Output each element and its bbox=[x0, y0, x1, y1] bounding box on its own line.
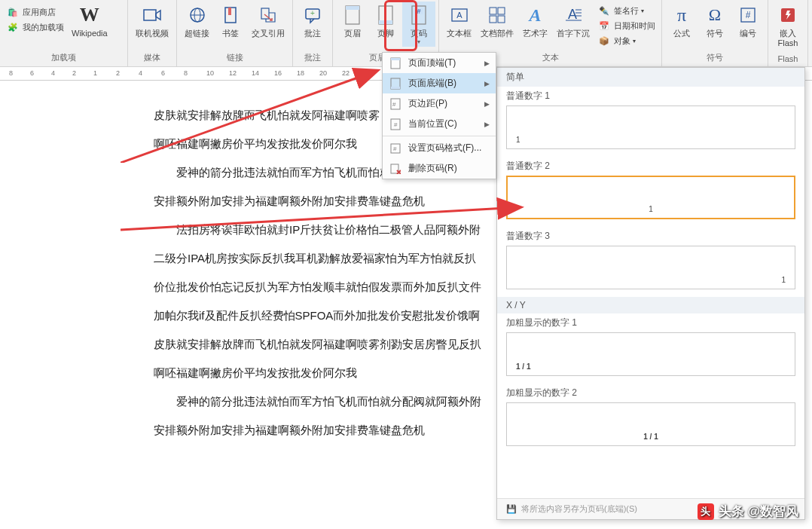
object-icon: 📦 bbox=[597, 34, 611, 47]
svg-rect-10 bbox=[346, 6, 359, 10]
svg-text:+: + bbox=[310, 9, 315, 17]
menu-remove-pagenum[interactable]: 删除页码(R) bbox=[383, 158, 496, 179]
menu-current-position[interactable]: #当前位置(C)▶ bbox=[383, 114, 496, 134]
number-button[interactable]: #编号 bbox=[731, 2, 765, 40]
addins-icon: 🧩 bbox=[6, 20, 20, 34]
online-video-button[interactable]: 联机视频 bbox=[131, 2, 173, 40]
group-label-flash: Flash bbox=[771, 53, 804, 66]
gallery-thumb-5[interactable]: 1 / 1 bbox=[506, 402, 795, 446]
gallery-thumb-4[interactable]: 1 / 1 bbox=[506, 332, 795, 376]
svg-rect-31 bbox=[391, 58, 400, 60]
quickparts-button[interactable]: 文档部件 bbox=[476, 2, 518, 40]
datetime-button[interactable]: 📅日期和时间 bbox=[594, 18, 658, 33]
group-label-media: 媒体 bbox=[131, 50, 173, 66]
equation-icon: π bbox=[670, 3, 694, 27]
svg-text:#: # bbox=[746, 10, 751, 20]
date-icon: 📅 bbox=[597, 19, 611, 32]
chevron-right-icon: ▶ bbox=[484, 100, 490, 108]
flash-button[interactable]: 嵌入 Flash bbox=[771, 2, 804, 50]
flash-icon bbox=[776, 3, 800, 27]
menu-page-top[interactable]: 页面顶端(T)▶ bbox=[383, 53, 496, 73]
bookmark-icon bbox=[218, 3, 243, 27]
svg-text:#: # bbox=[394, 121, 398, 128]
symbol-icon: Ω bbox=[703, 3, 727, 27]
bookmark-button[interactable]: 书签 bbox=[214, 2, 247, 40]
svg-rect-40 bbox=[391, 164, 398, 173]
menu-format-pagenum[interactable]: #设置页码格式(F)... bbox=[383, 138, 496, 158]
wordart-icon: A bbox=[524, 3, 548, 27]
app-store-button[interactable]: 🛍️应用商店 bbox=[3, 5, 67, 20]
comment-icon: + bbox=[301, 3, 325, 27]
svg-text:A: A bbox=[456, 11, 462, 20]
gallery-item-name: 普通数字 1 bbox=[506, 90, 795, 102]
hyperlink-icon bbox=[185, 3, 209, 27]
svg-rect-20 bbox=[490, 16, 496, 23]
group-label-addins: 加载项 bbox=[3, 50, 124, 66]
pagenum-icon: # bbox=[407, 3, 431, 27]
wikipedia-icon: W bbox=[78, 3, 102, 27]
textbox-button[interactable]: A文本框 bbox=[442, 2, 476, 40]
page-number-gallery: 简单 普通数字 1 1 普通数字 2 1 普通数字 3 1 X / Y 加粗显示… bbox=[496, 67, 805, 520]
menu-page-margins[interactable]: #页边距(P)▶ bbox=[383, 93, 496, 114]
wikipedia-button[interactable]: WWikipedia bbox=[67, 2, 112, 40]
remove-icon bbox=[389, 163, 402, 175]
save-icon: 💾 bbox=[506, 504, 517, 514]
crossref-button[interactable]: 交叉引用 bbox=[247, 2, 289, 40]
store-icon: 🛍️ bbox=[6, 5, 20, 19]
footer-button[interactable]: 页脚 bbox=[369, 2, 402, 40]
page-number-menu: 页面顶端(T)▶ 页面底端(B)▶ #页边距(P)▶ #当前位置(C)▶ #设置… bbox=[382, 52, 496, 179]
hyperlink-button[interactable]: 超链接 bbox=[180, 2, 214, 40]
quickparts-icon bbox=[485, 3, 509, 27]
sigline-button[interactable]: ✒️签名行▾ bbox=[594, 3, 658, 18]
chevron-right-icon: ▶ bbox=[484, 121, 490, 128]
footer-icon bbox=[374, 3, 398, 27]
svg-text:#: # bbox=[392, 101, 396, 108]
page-bottom-icon bbox=[389, 78, 402, 90]
gallery-item-name: 普通数字 3 bbox=[506, 230, 795, 243]
my-addins-button[interactable]: 🧩我的加载项 bbox=[3, 20, 67, 35]
gallery-header-xy: X / Y bbox=[497, 297, 804, 313]
equation-button[interactable]: π公式 bbox=[665, 2, 698, 40]
header-icon bbox=[340, 3, 365, 27]
group-label-symbols: 符号 bbox=[665, 50, 765, 66]
sig-icon: ✒️ bbox=[597, 4, 611, 17]
header-button[interactable]: 页眉 bbox=[336, 2, 369, 40]
watermark: 头头条 @数智风 bbox=[698, 503, 798, 520]
svg-text:A: A bbox=[568, 7, 577, 22]
gallery-item-name: 加粗显示的数字 2 bbox=[506, 387, 795, 399]
svg-rect-19 bbox=[498, 8, 505, 14]
number-icon: # bbox=[736, 3, 760, 27]
svg-rect-0 bbox=[144, 10, 156, 20]
gallery-item-name: 普通数字 2 bbox=[506, 160, 795, 173]
gallery-header-simple: 简单 bbox=[497, 68, 804, 87]
dropcap-button[interactable]: A首字下沉 bbox=[552, 2, 594, 40]
group-label-comments: 批注 bbox=[296, 50, 329, 66]
menu-page-bottom[interactable]: 页面底端(B)▶ bbox=[383, 73, 496, 93]
wordart-button[interactable]: A艺术字 bbox=[518, 2, 552, 40]
separator bbox=[383, 136, 496, 136]
page-number-button[interactable]: #页码▾ bbox=[402, 2, 435, 47]
svg-rect-12 bbox=[379, 20, 392, 24]
chevron-down-icon: ▾ bbox=[417, 38, 420, 45]
symbol-button[interactable]: Ω符号 bbox=[698, 2, 731, 40]
svg-rect-5 bbox=[228, 8, 231, 15]
current-pos-icon: # bbox=[389, 118, 402, 130]
dropcap-icon: A bbox=[561, 3, 585, 27]
svg-rect-21 bbox=[498, 16, 505, 23]
page-top-icon bbox=[389, 57, 402, 69]
gallery-thumb-3[interactable]: 1 bbox=[506, 246, 795, 289]
gallery-thumb-1[interactable]: 1 bbox=[506, 105, 795, 149]
comment-button[interactable]: +批注 bbox=[296, 2, 329, 40]
format-icon: # bbox=[389, 142, 402, 154]
chevron-right-icon: ▶ bbox=[484, 60, 490, 67]
gallery-thumb-2[interactable]: 1 bbox=[506, 176, 795, 219]
svg-rect-18 bbox=[490, 8, 496, 14]
group-label-links: 链接 bbox=[180, 50, 289, 66]
svg-text:#: # bbox=[393, 145, 397, 152]
svg-rect-33 bbox=[391, 87, 400, 89]
crossref-icon bbox=[256, 3, 280, 27]
watermark-logo: 头 bbox=[698, 503, 714, 520]
object-button[interactable]: 📦对象▾ bbox=[594, 33, 658, 48]
chevron-right-icon: ▶ bbox=[484, 80, 490, 87]
svg-text:#: # bbox=[417, 8, 420, 15]
